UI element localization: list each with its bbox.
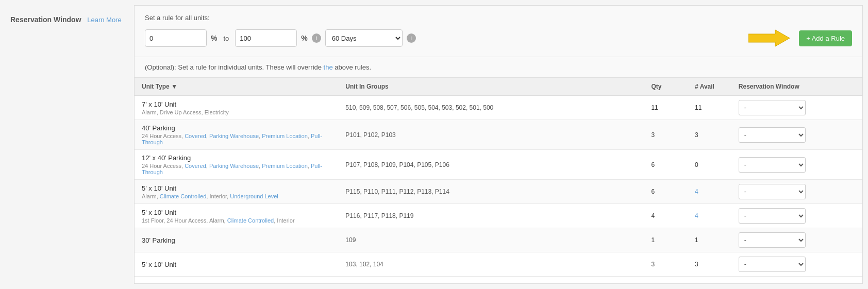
col-header-res-window: Reservation Window — [731, 78, 862, 96]
arrow-icon — [748, 28, 790, 48]
table-row: 40' Parking24 Hour Access, Covered, Park… — [135, 120, 862, 150]
main-content: Set a rule for all units: % to % i 60 Da… — [134, 5, 863, 284]
unit-type-cell: 7' x 10' UnitAlarm, Drive Up Access, Ele… — [135, 96, 338, 120]
res-window-cell[interactable]: - — [731, 204, 862, 228]
unit-type-features: Alarm, Drive Up Access, Electricity — [142, 109, 331, 115]
unit-type-name: 30' Parking — [142, 236, 331, 244]
qty-cell: 1 — [644, 228, 688, 252]
avail-cell: 3 — [688, 120, 731, 150]
table-body: 7' x 10' UnitAlarm, Drive Up Access, Ele… — [135, 96, 862, 277]
svg-marker-0 — [748, 30, 790, 46]
feature-link[interactable]: Covered — [185, 133, 206, 139]
unit-type-features: 1st Floor, 24 Hour Access, Alarm, Climat… — [142, 217, 331, 224]
col-header-unit-type[interactable]: Unit Type ▼ — [135, 78, 338, 96]
table-row: 5' x 10' Unit103, 102, 10433- — [135, 252, 862, 277]
col-header-qty: Qty — [644, 78, 688, 96]
unit-type-name: 5' x 10' Unit — [142, 261, 331, 268]
qty-cell: 6 — [644, 150, 688, 180]
units-in-groups-cell: P115, P110, P111, P112, P113, P114 — [338, 180, 644, 204]
feature-link[interactable]: Parking Warehouse — [209, 133, 259, 139]
unit-type-features: Alarm, Climate Controlled, Interior, Und… — [142, 193, 331, 199]
unit-type-name: 5' x 10' Unit — [142, 184, 331, 192]
col-header-avail: # Avail — [688, 78, 731, 96]
table-row: 7' x 10' UnitAlarm, Drive Up Access, Ele… — [135, 96, 862, 120]
rule-controls: % to % i 60 Days 30 Days 90 Days 120 Day… — [145, 28, 852, 48]
page-wrapper: Reservation Window Learn More Set a rule… — [0, 0, 868, 289]
pct1-label: % — [211, 34, 217, 42]
units-in-groups-cell: P107, P108, P109, P104, P105, P106 — [338, 150, 644, 180]
feature-link[interactable]: Climate Controlled — [160, 193, 206, 199]
unit-type-cell: 5' x 10' Unit — [135, 252, 338, 277]
table-wrapper: Unit Type ▼ Unit In Groups Qty # Avail R… — [135, 78, 862, 277]
unit-type-cell: 5' x 10' Unit1st Floor, 24 Hour Access, … — [135, 204, 338, 228]
res-window-cell[interactable]: - — [731, 120, 862, 150]
res-window-cell[interactable]: - — [731, 180, 862, 204]
add-rule-button[interactable]: + Add a Rule — [799, 30, 852, 46]
pct2-label: % — [301, 34, 307, 42]
days-select[interactable]: 60 Days 30 Days 90 Days 120 Days No Limi… — [325, 29, 403, 47]
qty-cell: 11 — [644, 96, 688, 120]
avail-cell: 4 — [688, 180, 731, 204]
optional-text: (Optional): Set a rule for individual un… — [145, 63, 371, 71]
col-header-unit-in-groups: Unit In Groups — [338, 78, 644, 96]
to-value-input[interactable] — [235, 29, 297, 47]
left-panel-title: Reservation Window — [10, 15, 81, 24]
avail-cell: 3 — [688, 252, 731, 277]
the-link[interactable]: the — [324, 63, 333, 71]
rule-section: Set a rule for all units: % to % i 60 Da… — [135, 6, 862, 57]
unit-type-cell: 30' Parking — [135, 228, 338, 252]
res-window-cell[interactable]: - — [731, 150, 862, 180]
avail-cell: 4 — [688, 204, 731, 228]
arrow-container — [748, 28, 790, 48]
learn-more-link[interactable]: Learn More — [87, 16, 121, 24]
avail-cell: 0 — [688, 150, 731, 180]
unit-type-cell: 5' x 10' UnitAlarm, Climate Controlled, … — [135, 180, 338, 204]
unit-type-name: 5' x 10' Unit — [142, 209, 331, 216]
sort-arrow-icon: ▼ — [171, 83, 177, 90]
table-row: 5' x 10' Unit1st Floor, 24 Hour Access, … — [135, 204, 862, 228]
res-window-select[interactable]: - — [739, 157, 806, 173]
table-row: 12' x 40' Parking24 Hour Access, Covered… — [135, 150, 862, 180]
res-window-select[interactable]: - — [739, 232, 806, 248]
qty-cell: 3 — [644, 120, 688, 150]
optional-section: (Optional): Set a rule for individual un… — [135, 57, 862, 78]
res-window-select[interactable]: - — [739, 257, 806, 272]
feature-link[interactable]: Parking Warehouse — [209, 163, 259, 169]
res-window-select[interactable]: - — [739, 127, 806, 143]
res-window-cell[interactable]: - — [731, 96, 862, 120]
feature-link[interactable]: Underground Level — [230, 193, 278, 199]
table-row: 30' Parking10911- — [135, 228, 862, 252]
avail-cell: 1 — [688, 228, 731, 252]
res-window-cell[interactable]: - — [731, 228, 862, 252]
qty-cell: 3 — [644, 252, 688, 277]
unit-type-features: 24 Hour Access, Covered, Parking Warehou… — [142, 133, 331, 145]
units-in-groups-cell: P101, P102, P103 — [338, 120, 644, 150]
unit-type-name: 12' x 40' Parking — [142, 154, 331, 162]
left-panel: Reservation Window Learn More — [0, 0, 134, 289]
units-table: Unit Type ▼ Unit In Groups Qty # Avail R… — [135, 78, 862, 277]
days-info-icon[interactable]: i — [407, 33, 416, 43]
pct-info-icon[interactable]: i — [312, 33, 321, 43]
res-window-select[interactable]: - — [739, 184, 806, 199]
units-in-groups-cell: 510, 509, 508, 507, 506, 505, 504, 503, … — [338, 96, 644, 120]
units-in-groups-cell: P116, P117, P118, P119 — [338, 204, 644, 228]
res-window-cell[interactable]: - — [731, 252, 862, 277]
feature-link[interactable]: Premium Location — [262, 133, 308, 139]
unit-type-features: 24 Hour Access, Covered, Parking Warehou… — [142, 163, 331, 175]
res-window-select[interactable]: - — [739, 100, 806, 115]
rule-label: Set a rule for all units: — [145, 14, 852, 22]
units-in-groups-cell: 103, 102, 104 — [338, 252, 644, 277]
avail-cell: 11 — [688, 96, 731, 120]
feature-link[interactable]: Premium Location — [262, 163, 308, 169]
feature-link[interactable]: Climate Controlled — [227, 217, 274, 224]
feature-link[interactable]: Covered — [185, 163, 206, 169]
unit-type-cell: 40' Parking24 Hour Access, Covered, Park… — [135, 120, 338, 150]
res-window-select[interactable]: - — [739, 208, 806, 224]
from-value-input[interactable] — [145, 29, 207, 47]
unit-type-name: 7' x 10' Unit — [142, 100, 331, 108]
unit-type-name: 40' Parking — [142, 124, 331, 132]
table-row: 5' x 10' UnitAlarm, Climate Controlled, … — [135, 180, 862, 204]
to-label: to — [223, 35, 229, 42]
qty-cell: 4 — [644, 204, 688, 228]
units-in-groups-cell: 109 — [338, 228, 644, 252]
